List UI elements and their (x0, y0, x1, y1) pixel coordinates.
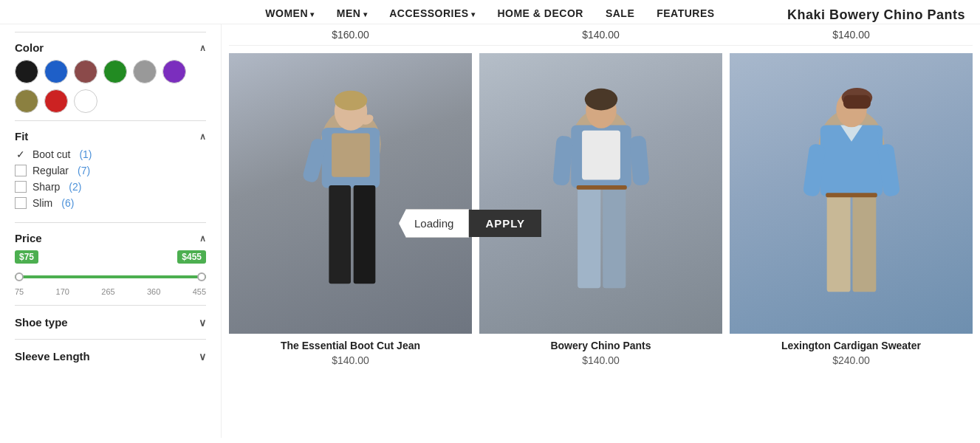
product-title-3: Lexington Cardigan Sweater (781, 340, 921, 351)
price-filter-section: Price ∧ $75 $455 75 170 265 360 455 (15, 222, 206, 305)
color-grid (15, 60, 206, 113)
sleeve-length-label: Sleeve Length (15, 350, 90, 363)
svg-rect-5 (329, 185, 351, 284)
svg-rect-17 (552, 135, 573, 185)
price-min-badge: $75 (15, 250, 38, 264)
color-swatch-green[interactable] (103, 60, 127, 83)
price-tick-360: 360 (147, 287, 160, 296)
price-thumb-max[interactable] (197, 272, 206, 281)
price-label: Price (15, 232, 42, 244)
svg-rect-16 (576, 185, 626, 190)
price-fill (15, 275, 206, 278)
regular-count: (7) (78, 165, 90, 176)
color-chevron-icon: ∧ (199, 43, 206, 53)
product-image-2 (479, 53, 722, 334)
top-price-row: $160.00 $140.00 $140.00 (229, 24, 973, 46)
top-price-3: $140.00 (730, 29, 973, 41)
nav-sale[interactable]: SALE (606, 7, 634, 19)
svg-rect-14 (578, 187, 600, 288)
svg-point-4 (334, 91, 366, 111)
product-card-3[interactable]: Lexington Cardigan Sweater $240.00 (730, 53, 973, 366)
nav-men[interactable]: MEN (337, 7, 367, 19)
sharp-count: (2) (69, 181, 81, 193)
product-price-2: $140.00 (582, 354, 620, 366)
fit-item-regular[interactable]: Regular (7) (15, 165, 206, 176)
sleeve-length-chevron-icon: ∨ (199, 351, 206, 363)
product-name-top: Khaki Bowery Chino Pants (787, 7, 965, 23)
svg-rect-25 (826, 194, 850, 292)
nav-features[interactable]: FEATURES (657, 7, 714, 19)
slim-label: Slim (32, 197, 52, 209)
fit-chevron-icon: ∧ (199, 131, 206, 142)
svg-rect-18 (628, 135, 649, 185)
top-price-2: $140.00 (479, 29, 722, 41)
svg-rect-2 (332, 134, 370, 177)
color-filter-header[interactable]: Color ∧ (15, 41, 206, 54)
loading-tag: Loading (399, 209, 469, 238)
fit-item-slim[interactable]: Slim (6) (15, 197, 206, 209)
sleeve-length-section[interactable]: Sleeve Length ∨ (15, 339, 206, 373)
color-swatch-blue[interactable] (44, 60, 68, 83)
regular-checkbox-icon (15, 165, 27, 176)
color-filter-section: Color ∧ (15, 32, 206, 120)
price-tick-75: 75 (15, 287, 24, 296)
loading-apply-overlay: Loading APPLY (399, 209, 541, 238)
fit-filter-section: Fit ∧ ✓ Boot cut (1) Regular (7) Sharp (… (15, 120, 206, 222)
price-tick-455: 455 (193, 287, 206, 296)
price-values: $75 $455 (15, 250, 206, 264)
bootcut-count: (1) (79, 148, 92, 160)
color-swatch-olive[interactable] (15, 89, 38, 113)
svg-point-13 (584, 89, 617, 111)
price-tick-265: 265 (101, 287, 114, 296)
price-filter-header[interactable]: Price ∧ (15, 232, 206, 244)
fit-item-sharp[interactable]: Sharp (2) (15, 181, 206, 193)
apply-button[interactable]: APPLY (469, 210, 541, 237)
color-swatch-red[interactable] (44, 89, 68, 113)
nav-women[interactable]: WOMEN (265, 7, 315, 19)
regular-label: Regular (32, 165, 69, 176)
price-thumb-min[interactable] (15, 272, 24, 281)
color-label: Color (15, 41, 44, 54)
sidebar-filters: Color ∧ Fit ∧ ✓ Boot (0, 24, 222, 438)
color-swatch-gray[interactable] (133, 60, 157, 83)
price-max-badge: $455 (177, 250, 206, 264)
slim-count: (6) (61, 197, 74, 209)
fit-filter-header[interactable]: Fit ∧ (15, 130, 206, 142)
bootcut-label: Boot cut (32, 148, 70, 160)
product-cards: The Essential Boot Cut Jean $140.00 (229, 53, 973, 366)
top-navigation: WOMEN MEN ACCESSORIES HOME & DECOR SALE … (0, 0, 980, 24)
fit-item-bootcut[interactable]: ✓ Boot cut (1) (15, 148, 206, 160)
color-swatch-black[interactable] (15, 60, 38, 83)
product-image-3 (730, 53, 973, 334)
product-price-1: $140.00 (332, 354, 369, 366)
product-title-1: The Essential Boot Cut Jean (281, 340, 420, 351)
price-ticks: 75 170 265 360 455 (15, 287, 206, 296)
sharp-checkbox-icon (15, 181, 27, 193)
price-chevron-icon: ∧ (199, 233, 206, 244)
product-price-3: $240.00 (832, 354, 870, 366)
svg-rect-26 (852, 194, 876, 292)
price-tick-170: 170 (56, 287, 69, 296)
product-image-1 (229, 53, 472, 334)
color-swatch-purple[interactable] (162, 60, 186, 83)
fit-label: Fit (15, 130, 28, 142)
color-swatch-mauve[interactable] (74, 60, 97, 83)
product-title-2: Bowery Chino Pants (550, 340, 651, 351)
slim-checkbox-icon (15, 197, 27, 209)
shoe-type-chevron-icon: ∨ (199, 317, 206, 329)
price-slider[interactable] (15, 269, 206, 284)
svg-rect-11 (582, 131, 620, 180)
product-grid-wrapper: $160.00 $140.00 $140.00 (222, 24, 980, 438)
svg-rect-15 (603, 187, 626, 288)
svg-rect-24 (843, 95, 870, 109)
top-price-1: $160.00 (229, 29, 472, 41)
color-swatch-white[interactable] (74, 89, 97, 113)
svg-rect-27 (826, 193, 877, 197)
shoe-type-section[interactable]: Shoe type ∨ (15, 305, 206, 339)
svg-rect-6 (353, 185, 375, 284)
sharp-label: Sharp (32, 181, 60, 193)
shoe-type-label: Shoe type (15, 316, 68, 329)
nav-home-decor[interactable]: HOME & DECOR (497, 7, 583, 19)
bootcut-check-icon: ✓ (15, 148, 27, 160)
nav-accessories[interactable]: ACCESSORIES (389, 7, 475, 19)
